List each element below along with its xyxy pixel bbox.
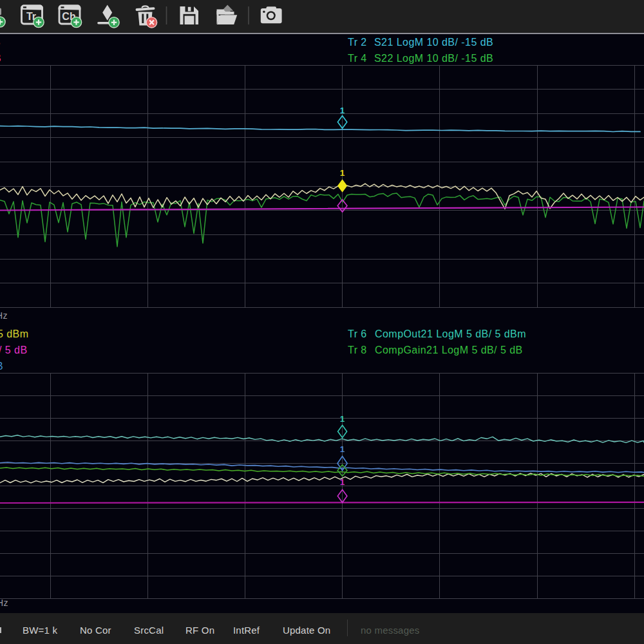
svg-text:1: 1	[340, 414, 345, 424]
svg-text:1: 1	[340, 106, 345, 115]
svg-text:1: 1	[340, 477, 345, 487]
svg-text:1: 1	[340, 444, 345, 454]
svg-text:1: 1	[340, 168, 345, 178]
